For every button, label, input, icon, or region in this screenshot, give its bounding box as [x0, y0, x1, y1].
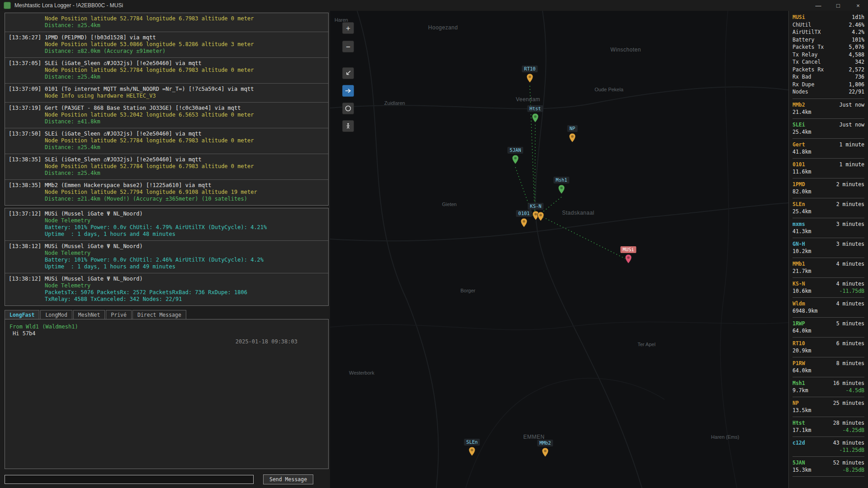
tab-meshnet[interactable]: MeshNet: [73, 310, 105, 319]
node-list-item[interactable]: c12d43 minutes-11.25dB: [793, 437, 864, 457]
node-distance: 10.6km: [793, 287, 811, 295]
node-last-heard: 4 minutes: [836, 260, 864, 267]
node-list-item[interactable]: 01011 minute11.6km: [793, 159, 864, 178]
map-pin-icon: [520, 218, 528, 228]
summary-row: Tx Cancel342: [793, 58, 864, 66]
node-list-item[interactable]: Msh116 minutes9.7km-4.5dB: [793, 377, 864, 397]
node-list-item[interactable]: Htst28 minutes17.1km-4.25dB: [793, 417, 864, 437]
node-distance: 21.4km: [793, 108, 811, 116]
message-input[interactable]: [5, 475, 254, 484]
person-tool-icon[interactable]: [342, 120, 354, 132]
node-list-item[interactable]: 1RWP5 minutes64.0km: [793, 318, 864, 338]
close-button[interactable]: ×: [848, 0, 868, 11]
node-list-item[interactable]: Gert1 minute41.8km: [793, 139, 864, 159]
node-list-item[interactable]: MMb14 minutes21.7km: [793, 258, 864, 278]
log-entry: [13:38:35]MMb2 (Emmen Hackerspace base2)…: [5, 180, 328, 205]
log-entry-header: 0101 (To internet MQTT msh/NL_NOORD =Nr_…: [45, 86, 326, 93]
log-entry-line: Distance: ±25.4km: [45, 74, 326, 80]
node-name: Gert: [793, 141, 805, 148]
telemetry-log-section: [13:37:12]MUSi (Mussel iGate Ψ NL_Noord)…: [5, 208, 329, 306]
log-entry: [13:37:05]SLEi (iGate_Sleen ⌂ΨJO32js) [!…: [5, 58, 328, 84]
navigation-arrow-icon[interactable]: [342, 85, 354, 97]
node-name: Msh1: [793, 380, 805, 387]
tab-directmessage[interactable]: Direct Message: [132, 310, 186, 319]
node-last-heard: 2 minutes: [836, 201, 864, 208]
log-entry-line: Uptime : 1 days, 1 hours and 48 minutes: [45, 231, 326, 238]
minimize-button[interactable]: —: [808, 0, 828, 11]
circle-tool-icon[interactable]: [342, 103, 354, 114]
node-last-heard: 4 minutes: [836, 300, 864, 307]
summary-label: Tx Cancel: [793, 58, 821, 66]
message-body: Hi 57b4: [9, 330, 324, 337]
map-pin-icon: [542, 447, 549, 457]
node-last-heard: 4 minutes: [836, 280, 864, 287]
map-place-label: Hoogezand: [428, 24, 458, 31]
summary-value: 4.2%: [852, 28, 864, 36]
node-last-heard: 5 minutes: [836, 320, 864, 327]
node-list-item[interactable]: SLEn2 minutes25.4km: [793, 198, 864, 218]
map-marker-label: RT10: [522, 66, 538, 72]
node-last-heard: 3 minutes: [836, 221, 864, 228]
node-list-item[interactable]: GN-H3 minutes10.2km: [793, 238, 864, 258]
tab-priv[interactable]: Privé: [106, 310, 132, 319]
app-window: Meshtastic Lora Logger - !A2EBB00C - MUS…: [0, 0, 868, 488]
node-last-heard: 16 minutes: [833, 380, 864, 387]
node-list-item[interactable]: 5JAN52 minutes15.3km-8.25dB: [793, 457, 864, 477]
node-distance: 11.6km: [793, 168, 811, 175]
summary-row: ChUtil2.46%: [793, 21, 864, 29]
map-place-label: Gieten: [442, 202, 457, 207]
map-place-label: Oude Pekela: [594, 87, 623, 92]
node-snr: -11.75dB: [840, 287, 864, 295]
node-list-item[interactable]: KS-N4 minutes10.6km-11.75dB: [793, 278, 864, 298]
log-timestamp: [13:37:12]: [9, 211, 45, 238]
log-entry-line: Battery: 101% Power: 0.0v ChUtil: 2.46% …: [45, 257, 326, 263]
node-distance: 64.0km: [793, 367, 811, 374]
summary-value: 5,076: [849, 43, 864, 51]
node-name: SLEn: [793, 201, 805, 208]
node-last-heard: Just now: [840, 121, 864, 128]
node-name: P1RW: [793, 360, 805, 367]
send-message-button[interactable]: Send Message: [263, 474, 313, 484]
summary-value: 101%: [852, 36, 864, 44]
node-distance: 13.5km: [793, 407, 811, 414]
node-snr: -11.25dB: [840, 446, 864, 454]
node-list-item[interactable]: mxms3 minutes41.3km: [793, 218, 864, 238]
tab-longfast[interactable]: LongFast: [5, 310, 39, 319]
node-list-item[interactable]: Wldm4 minutes6948.9km: [793, 298, 864, 318]
zoom-out-button[interactable]: −: [342, 41, 354, 52]
message-sender: From Wld1 (Waldmesh1): [9, 324, 324, 330]
log-entry: [13:37:50]SLEi (iGate_Sleen ⌂ΨJO32js) [!…: [5, 128, 328, 154]
zoom-in-button[interactable]: +: [342, 22, 354, 34]
map-canvas[interactable]: HarenHoogezandWinschotenZuidlarenVeendam…: [330, 11, 788, 488]
tab-longmod[interactable]: LongMod: [40, 310, 72, 319]
summary-row: AirUtilTX4.2%: [793, 28, 864, 36]
log-entry-line: Node Position latitude 52.7784 longitude…: [45, 137, 326, 144]
map-marker-label: KS-N: [528, 203, 543, 210]
map-pin-icon: [526, 73, 533, 83]
node-name: 0101: [793, 161, 805, 168]
node-list-item[interactable]: MMb2Just now21.4km: [793, 99, 864, 119]
node-list-item[interactable]: SLEiJust now25.4km: [793, 119, 864, 139]
pan-arrow-icon[interactable]: [342, 67, 354, 79]
log-timestamp: [13:38:12]: [9, 276, 45, 303]
node-list-item[interactable]: P1RW8 minutes64.0km: [793, 357, 864, 377]
node-list-item[interactable]: NP25 minutes13.5km: [793, 397, 864, 417]
node-list-item[interactable]: 1PMD2 minutes82.0km: [793, 178, 864, 198]
summary-row: Packets Rx2,572: [793, 66, 864, 74]
node-last-heard: 25 minutes: [833, 399, 864, 407]
summary-label: Rx Bad: [793, 73, 811, 81]
log-entry-line: Node Position latitude 53.2042 longitude…: [45, 112, 326, 118]
log-entry-header: MUSi (Mussel iGate Ψ NL_Noord): [45, 276, 326, 282]
map-place-label: Winschoten: [610, 47, 641, 53]
map-marker-label: MMb2: [537, 440, 553, 446]
log-entry-line: PacketsTx: 5076 PacketsRx: 2572 PacketsR…: [45, 289, 326, 296]
node-list-item[interactable]: RT106 minutes20.9km: [793, 338, 864, 357]
map-marker-label: Msh1: [553, 177, 569, 183]
log-entry-header: MMb2 (Emmen Hackerspace base2) [!1225a61…: [45, 182, 326, 189]
message-timestamp: 2025-01-18 09:38:03: [9, 338, 324, 345]
log-timestamp: [13:36:27]: [9, 34, 45, 55]
node-name: RT10: [793, 340, 805, 347]
map-tool-buttons: [342, 67, 354, 132]
maximize-button[interactable]: □: [828, 0, 848, 11]
map-marker-label: NP: [567, 125, 578, 132]
